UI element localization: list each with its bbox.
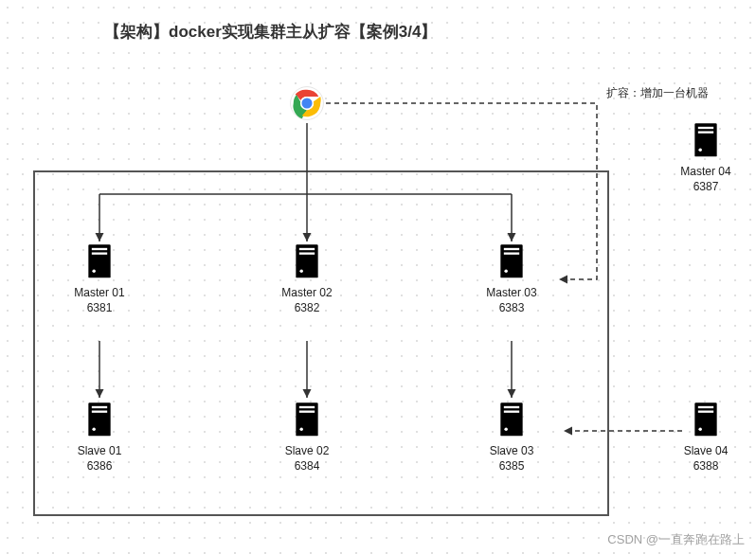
svg-rect-41 xyxy=(698,411,713,413)
svg-rect-17 xyxy=(299,253,315,255)
svg-rect-37 xyxy=(504,411,519,413)
svg-rect-25 xyxy=(698,132,713,134)
svg-rect-36 xyxy=(504,406,519,408)
diagram-title: 【架构】docker实现集群主从扩容【案例3/4】 xyxy=(104,21,437,43)
node-port: 6388 xyxy=(663,459,748,473)
svg-rect-24 xyxy=(698,127,713,129)
svg-rect-28 xyxy=(92,406,107,408)
node-label: Slave 01 xyxy=(57,444,142,459)
svg-point-42 xyxy=(698,428,702,432)
svg-rect-32 xyxy=(299,406,315,408)
server-icon xyxy=(86,402,113,438)
node-label: Master 03 xyxy=(469,286,554,301)
node-port: 6387 xyxy=(663,180,748,193)
server-icon xyxy=(294,402,320,438)
expansion-annotation: 扩容：增加一台机器 xyxy=(606,85,709,101)
svg-rect-33 xyxy=(299,411,315,413)
server-icon xyxy=(498,402,525,438)
node-label: Master 01 xyxy=(57,286,142,301)
node-label: Master 02 xyxy=(264,286,350,301)
node-port: 6385 xyxy=(469,459,554,473)
svg-point-18 xyxy=(299,270,303,274)
svg-point-34 xyxy=(299,428,303,432)
node-port: 6383 xyxy=(469,301,554,314)
server-icon xyxy=(86,244,113,280)
svg-point-22 xyxy=(504,270,508,274)
watermark: CSDN @一直奔跑在路上 xyxy=(607,531,745,548)
node-master-02: Master 02 6382 xyxy=(264,244,350,314)
node-master-01: Master 01 6381 xyxy=(57,244,142,314)
server-icon xyxy=(693,402,719,438)
node-label: Slave 02 xyxy=(264,444,350,459)
server-icon xyxy=(498,244,525,280)
svg-point-14 xyxy=(92,270,96,274)
svg-rect-29 xyxy=(92,411,107,413)
svg-rect-16 xyxy=(299,248,315,250)
svg-rect-12 xyxy=(92,248,107,250)
node-master-03: Master 03 6383 xyxy=(469,244,554,314)
svg-point-38 xyxy=(504,428,508,432)
svg-rect-40 xyxy=(698,406,713,408)
node-port: 6384 xyxy=(264,459,350,473)
node-slave-03: Slave 03 6385 xyxy=(469,402,554,473)
server-icon xyxy=(294,244,320,280)
node-master-04: Master 04 6387 xyxy=(663,123,748,193)
svg-point-30 xyxy=(92,428,96,432)
svg-rect-13 xyxy=(92,253,107,255)
node-slave-01: Slave 01 6386 xyxy=(57,402,142,473)
svg-rect-21 xyxy=(504,253,519,255)
node-port: 6386 xyxy=(57,459,142,473)
node-slave-02: Slave 02 6384 xyxy=(264,402,350,473)
node-label: Master 04 xyxy=(663,165,748,180)
svg-rect-20 xyxy=(504,248,519,250)
node-slave-04: Slave 04 6388 xyxy=(663,402,748,473)
node-port: 6381 xyxy=(57,301,142,314)
chrome-icon xyxy=(289,85,325,121)
svg-point-26 xyxy=(698,149,702,152)
node-label: Slave 03 xyxy=(469,444,554,459)
node-label: Slave 04 xyxy=(663,444,748,459)
node-port: 6382 xyxy=(264,301,350,314)
server-icon xyxy=(693,123,719,159)
